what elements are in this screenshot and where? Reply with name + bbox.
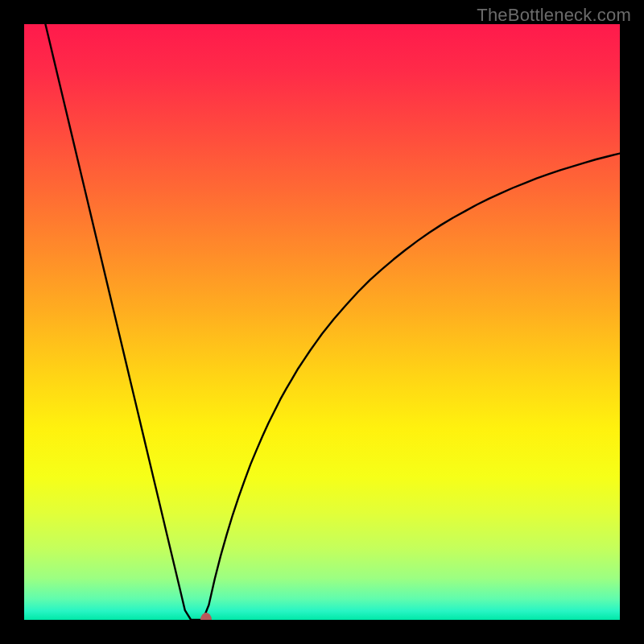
bottleneck-curve [24,24,620,620]
chart-frame: TheBottleneck.com [0,0,644,644]
plot-area [24,24,620,620]
watermark-text: TheBottleneck.com [477,5,631,26]
